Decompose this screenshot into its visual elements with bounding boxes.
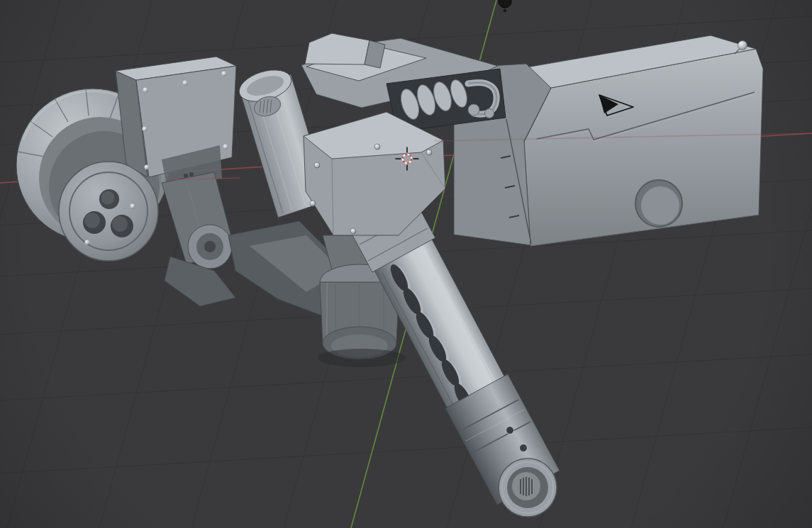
rivet-dome bbox=[183, 81, 188, 86]
rivet-dome bbox=[738, 41, 747, 50]
bolt-dot bbox=[189, 172, 194, 176]
viewport-3d[interactable] bbox=[0, 0, 812, 528]
pivot-ring-hole bbox=[204, 241, 216, 252]
origin-widget-dot bbox=[504, 9, 506, 12]
muzzle-hole-inner bbox=[84, 213, 100, 228]
rivet-dome bbox=[143, 127, 148, 132]
rivet-dome bbox=[143, 88, 148, 93]
rivet-dome bbox=[350, 228, 356, 234]
collar-port bbox=[506, 427, 514, 434]
rivet-dome bbox=[310, 201, 316, 206]
rivet-dome bbox=[222, 72, 227, 77]
muzzle-hole-inner bbox=[101, 191, 115, 205]
ammo-box[interactable] bbox=[494, 35, 763, 246]
rivet-dome bbox=[85, 240, 90, 245]
muzzle-hole-inner bbox=[112, 216, 128, 232]
rivet-dome bbox=[223, 145, 228, 150]
muzzle-face-disc bbox=[59, 162, 158, 261]
ammo-box-round-recess-inner bbox=[641, 186, 679, 225]
feed-rod bbox=[485, 109, 494, 118]
feed-rod bbox=[468, 104, 479, 116]
rivet-dome bbox=[426, 150, 432, 155]
viewport-stage bbox=[0, 0, 812, 528]
rivet-dome bbox=[145, 165, 150, 170]
rivet-dome bbox=[130, 204, 135, 209]
riveted-housing[interactable] bbox=[116, 57, 236, 186]
rivet-dome bbox=[314, 162, 320, 168]
collar-port bbox=[520, 444, 528, 452]
rivet-dome bbox=[374, 144, 380, 150]
contact-shadow bbox=[318, 349, 406, 367]
bolt-dot bbox=[184, 174, 188, 178]
